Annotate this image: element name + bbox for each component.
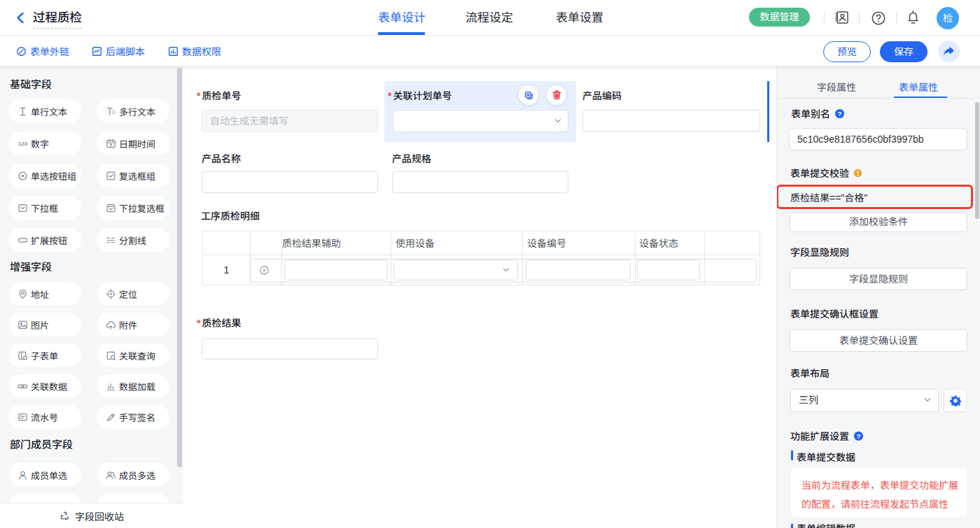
svg-text:?: ?: [838, 110, 842, 117]
svg-text:?: ?: [857, 432, 861, 439]
svg-text:123: 123: [18, 141, 28, 147]
